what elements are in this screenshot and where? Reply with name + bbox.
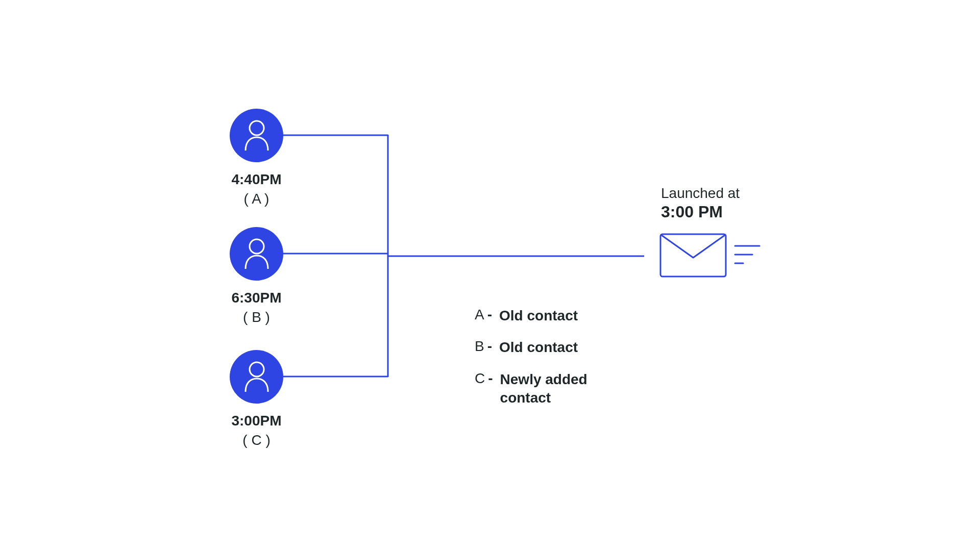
contact-node-a: 4:40PM ( A ): [230, 109, 283, 207]
contact-time-a: 4:40PM: [230, 171, 283, 188]
contact-node-c: 3:00PM ( C ): [230, 350, 283, 448]
legend-text: Old contact: [499, 338, 578, 357]
legend-key: C: [475, 370, 485, 387]
person-icon: [230, 109, 283, 162]
legend-item-c: C - Newly added contact: [475, 370, 628, 408]
person-icon: [230, 350, 283, 404]
contact-label-a: ( A ): [230, 191, 283, 207]
legend-dash: -: [487, 307, 492, 323]
legend-item-a: A - Old contact: [475, 307, 628, 325]
contact-node-b: 6:30PM ( B ): [230, 227, 283, 325]
diagram-container: 4:40PM ( A ) 6:30PM ( B ) 3:00PM ( C ) L…: [122, 69, 857, 482]
contact-time-c: 3:00PM: [230, 413, 283, 429]
legend-text: Old contact: [499, 307, 578, 325]
legend-dash: -: [488, 370, 493, 387]
contact-label-c: ( C ): [230, 432, 283, 448]
contact-label-b: ( B ): [230, 309, 283, 325]
legend-block: A - Old contact B - Old contact C - Newl…: [475, 307, 628, 421]
contact-time-b: 6:30PM: [230, 290, 283, 306]
envelope-icon: [659, 233, 762, 278]
svg-point-6: [250, 239, 264, 254]
launched-block: Launched at 3:00 PM: [661, 185, 740, 221]
motion-lines-icon: [733, 242, 762, 269]
legend-item-b: B - Old contact: [475, 338, 628, 357]
launched-label: Launched at: [661, 185, 740, 202]
svg-point-7: [250, 362, 264, 377]
legend-key: B: [475, 338, 484, 355]
svg-point-5: [250, 121, 264, 135]
legend-text: Newly added contact: [500, 370, 628, 408]
launched-time: 3:00 PM: [661, 203, 740, 221]
legend-dash: -: [487, 338, 492, 355]
person-icon: [230, 227, 283, 281]
legend-key: A: [475, 307, 484, 323]
